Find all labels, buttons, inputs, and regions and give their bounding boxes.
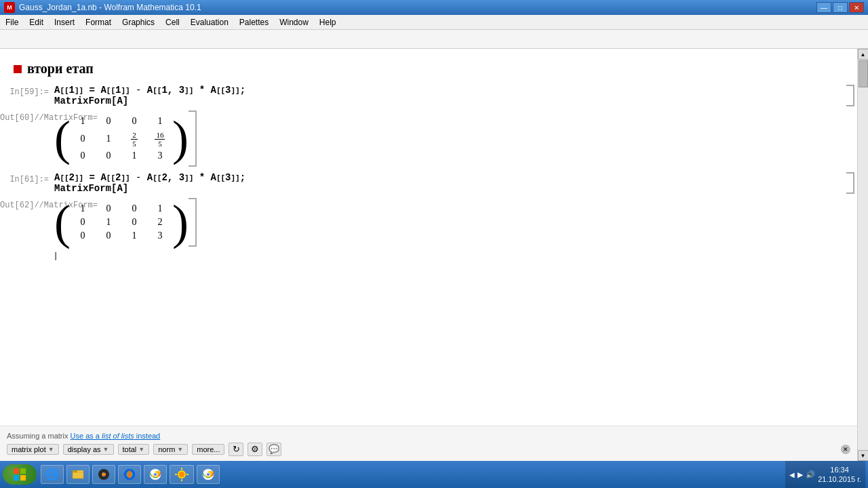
taskbar-chrome[interactable] (144, 465, 167, 484)
cell-content-in61[interactable]: A[[2]] = A[[2]] - A[[2, 3]] * A[[3]]; Ma… (54, 172, 846, 194)
dropdown-arrow: ▼ (177, 446, 183, 453)
menu-window[interactable]: Window (274, 16, 314, 28)
assuming-text: Assuming a matrix (7, 432, 68, 440)
matrix-cell: 16 5 (153, 129, 167, 148)
chrome-icon (149, 468, 162, 481)
taskbar-ie[interactable] (41, 465, 64, 484)
dropdown-arrow: ▼ (138, 446, 144, 453)
fraction-2-5: 2 5 (131, 131, 138, 148)
taskbar-sun[interactable] (170, 465, 194, 484)
taskbar-files[interactable] (66, 465, 90, 484)
windows-logo-icon (13, 468, 26, 481)
menu-cell[interactable]: Cell (160, 16, 185, 28)
scroll-thumb[interactable] (859, 60, 868, 87)
total-btn[interactable]: total ▼ (118, 444, 150, 455)
code-line-1: A[[1]] = A[[1]] - A[[1, 3]] * A[[3]]; (54, 85, 846, 96)
matrix-cell: 1 (153, 116, 167, 127)
matrix-cell: 1 (127, 230, 141, 241)
display-as-btn[interactable]: display as ▼ (63, 444, 114, 455)
media-icon (97, 468, 111, 481)
close-suggestion-btn[interactable]: ✕ (841, 445, 850, 454)
toolbar (0, 30, 868, 49)
matrix-cell: 0 (76, 150, 90, 161)
menu-palettes[interactable]: Palettes (234, 16, 274, 28)
files-icon (71, 468, 85, 481)
matrix-cell: 0 (127, 116, 141, 127)
section-heading: втори етап (0, 56, 857, 82)
cell-content-in59[interactable]: A[[1]] = A[[1]] - A[[1, 3]] * A[[3]]; Ma… (54, 85, 846, 106)
menu-evaluation[interactable]: Evaluation (185, 16, 234, 28)
svg-rect-3 (20, 475, 26, 481)
svg-rect-8 (73, 472, 83, 479)
matrix-cell: 2 (153, 217, 167, 228)
menu-bar: File Edit Insert Format Graphics Cell Ev… (0, 15, 868, 30)
menu-format[interactable]: Format (80, 16, 117, 28)
svg-rect-2 (14, 475, 19, 481)
code-line-4: MatrixForm[A] (54, 183, 846, 194)
notebook-area: втори етап In[59]:= A[[1]] = A[[1]] - A[… (0, 49, 857, 461)
ie-icon (45, 468, 59, 481)
scroll-down-btn[interactable]: ▼ (858, 450, 869, 461)
scroll-track[interactable] (858, 60, 868, 450)
use-as-link[interactable]: Use as a list of lists instead (71, 432, 161, 440)
matrix-cell: 0 (76, 134, 90, 144)
svg-rect-9 (73, 470, 77, 472)
cell-label-in61: In[61]:= (9, 175, 49, 184)
suggestion-controls: matrix plot ▼ display as ▼ total ▼ nor (7, 443, 850, 456)
fraction-16-5: 16 5 (155, 131, 165, 148)
app-icon: M (4, 2, 15, 13)
clock-date: 21.10.2015 г. (818, 474, 861, 484)
matrix-cell: 3 (153, 230, 167, 241)
svg-point-26 (207, 473, 210, 476)
matrix-cell: 1 (76, 116, 90, 127)
matrix-cell: 0 (102, 230, 115, 241)
tray-media-icon[interactable]: ▶ (797, 470, 803, 479)
menu-file[interactable]: File (0, 16, 24, 28)
matrix-plot-btn[interactable]: matrix plot ▼ (7, 444, 59, 455)
matrix-cell: 0 (127, 203, 141, 214)
menu-insert[interactable]: Insert (49, 16, 80, 28)
more-btn[interactable]: more... (192, 444, 224, 455)
taskbar-chrome2[interactable] (197, 465, 220, 484)
settings-icon-btn[interactable]: ⚙ (248, 443, 262, 456)
section-title: втори етап (27, 61, 94, 77)
refresh-icon-btn[interactable]: ↻ (229, 443, 243, 456)
window-controls[interactable]: — □ ✕ (816, 2, 864, 13)
dropdown-arrow: ▼ (103, 446, 109, 453)
code-line-2: MatrixForm[A] (54, 96, 846, 106)
close-button[interactable]: ✕ (849, 2, 864, 13)
norm-btn[interactable]: norm ▼ (153, 444, 188, 455)
chrome2-icon (201, 468, 215, 481)
red-square-icon (14, 65, 22, 73)
system-clock: 16:34 21.10.2015 г. (818, 465, 861, 485)
menu-help[interactable]: Help (314, 16, 342, 28)
taskbar-media[interactable] (92, 465, 115, 484)
matrix-cell: 0 (102, 203, 115, 214)
matrix-cell: 1 (127, 150, 141, 161)
suggestion-text: Assuming a matrix Use as a list of lists… (7, 432, 850, 440)
minimize-button[interactable]: — (816, 2, 831, 13)
matrix-cell: 0 (76, 230, 90, 241)
title-bar: M Gauss_Jordan_1a.nb - Wolfram Mathemati… (0, 0, 868, 15)
maximize-button[interactable]: □ (833, 2, 848, 13)
matrix-cell: 0 (127, 217, 141, 228)
menu-graphics[interactable]: Graphics (117, 16, 160, 28)
matrix-cell: 1 (76, 203, 90, 214)
tray-hide-icon[interactable]: ◀ (789, 471, 795, 479)
matrix-cell: 1 (102, 134, 115, 144)
menu-edit[interactable]: Edit (24, 16, 49, 28)
window-title: Gauss_Jordan_1a.nb - Wolfram Mathematica… (19, 3, 816, 12)
svg-rect-1 (20, 468, 26, 474)
scroll-up-btn[interactable]: ▲ (858, 49, 869, 60)
dropdown-arrow: ▼ (48, 446, 54, 453)
start-button[interactable] (3, 464, 37, 485)
taskbar: ◀ ▶ 🔊 16:34 21.10.2015 г. (0, 461, 868, 488)
matrix-cell: 0 (102, 150, 115, 161)
taskbar-firefox[interactable] (118, 465, 141, 484)
tray-volume-icon[interactable]: 🔊 (806, 470, 815, 479)
chat-icon-btn[interactable]: 💬 (267, 443, 281, 456)
matrix-cell: 2 5 (127, 129, 141, 148)
vertical-scrollbar[interactable]: ▲ ▼ (857, 49, 868, 461)
clock-time: 16:34 (818, 465, 861, 474)
suggestion-bar: Assuming a matrix Use as a list of lists… (0, 426, 857, 461)
